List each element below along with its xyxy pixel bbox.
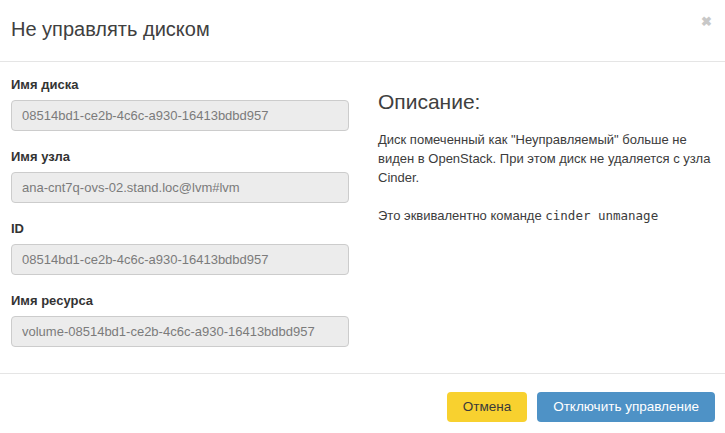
description-heading: Описание: [378,89,711,115]
cancel-button[interactable]: Отмена [447,392,527,422]
field-group-resource-name: Имя ресурса [11,294,349,347]
resource-name-label: Имя ресурса [11,294,349,308]
unmanage-submit-button[interactable]: Отключить управление [537,392,715,422]
close-icon[interactable]: ✖ [699,13,714,30]
field-group-host-name: Имя узла [11,150,349,203]
command-prefix-text: Это эквивалентно команде [378,208,545,223]
dialog-header: Не управлять диском ✖ [0,0,725,62]
volume-name-input[interactable] [11,100,349,131]
id-label: ID [11,222,349,236]
cinder-unmanage-command: cinder unmanage [545,208,658,223]
form-column: Имя диска Имя узла ID Имя ресурса [11,78,349,373]
field-group-volume-name: Имя диска [11,78,349,131]
dialog-title: Не управлять диском [11,16,685,43]
description-command-line: Это эквивалентно команде cinder unmanage [378,206,711,225]
volume-name-label: Имя диска [11,78,349,92]
dialog-footer: Отмена Отключить управление [0,373,725,433]
description-column: Описание: Диск помеченный как "Неуправля… [378,78,711,373]
host-name-label: Имя узла [11,150,349,164]
dialog-body: Имя диска Имя узла ID Имя ресурса Описан… [0,62,725,373]
resource-name-input[interactable] [11,316,349,347]
id-input[interactable] [11,244,349,275]
host-name-input[interactable] [11,172,349,203]
field-group-id: ID [11,222,349,275]
description-paragraph: Диск помеченный как "Неуправляемый" боль… [378,130,711,187]
unmanage-volume-dialog: Не управлять диском ✖ Имя диска Имя узла… [0,0,725,433]
